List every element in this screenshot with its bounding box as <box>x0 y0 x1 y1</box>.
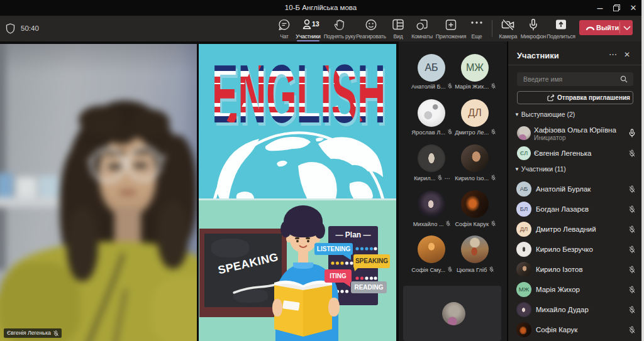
svg-text:ENGLISH: ENGLISH <box>212 48 386 140</box>
svg-text:13: 13 <box>312 20 319 28</box>
